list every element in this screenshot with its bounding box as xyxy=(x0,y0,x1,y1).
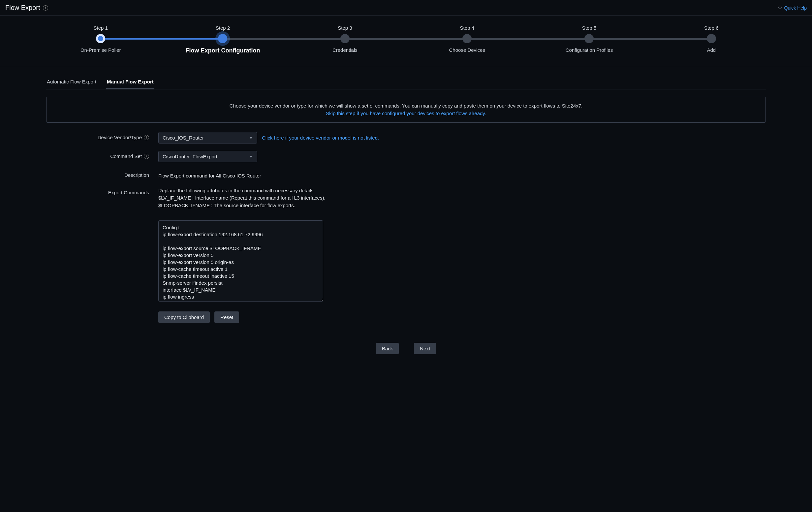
device-vendor-value: Cisco_IOS_Router xyxy=(163,135,204,141)
description-value: Flow Export command for All Cisco IOS Ro… xyxy=(158,170,261,180)
row-export-commands: Export Commands Replace the following at… xyxy=(46,187,766,323)
export-help-line3: $LOOPBACK_IFNAME : The source interface … xyxy=(158,203,295,208)
chevron-down-icon: ▼ xyxy=(249,154,253,159)
export-help-line1: Replace the following attributes in the … xyxy=(158,188,315,193)
step-dot xyxy=(462,34,472,43)
export-commands-textarea[interactable] xyxy=(158,220,323,302)
tab-automatic-flow-export[interactable]: Automatic Flow Export xyxy=(46,76,97,89)
hint-text: Choose your device vendor or type for wh… xyxy=(230,103,583,109)
next-button[interactable]: Next xyxy=(414,343,436,354)
step-top-label: Step 5 xyxy=(582,25,596,31)
label-command-set: Command Set i xyxy=(46,151,158,159)
step-dot xyxy=(218,34,227,43)
row-command-set: Command Set i CiscoRouter_FlowExport ▼ xyxy=(46,151,766,162)
bulb-icon xyxy=(778,6,782,10)
wizard-nav-buttons: Back Next xyxy=(46,343,766,354)
export-help-line2: $LV_IF_NAME : Interface name (Repeat thi… xyxy=(158,195,325,201)
tab-bar: Automatic Flow Export Manual Flow Export xyxy=(46,76,766,89)
step-top-label: Step 6 xyxy=(704,25,718,31)
label-description: Description xyxy=(46,170,158,178)
copy-to-clipboard-button[interactable]: Copy to Clipboard xyxy=(158,311,210,323)
page-header: Flow Export i Quick Help xyxy=(0,0,812,16)
step-top-label: Step 3 xyxy=(338,25,352,31)
label-device-vendor: Device Vendor/Type i xyxy=(46,132,158,140)
tab-manual-flow-export[interactable]: Manual Flow Export xyxy=(106,76,154,89)
step-connector xyxy=(589,38,711,40)
step-top-label: Step 1 xyxy=(93,25,108,31)
content-area: Automatic Flow Export Manual Flow Export… xyxy=(0,66,812,368)
step-dot xyxy=(340,34,350,43)
info-icon[interactable]: i xyxy=(144,135,149,140)
device-vendor-select[interactable]: Cisco_IOS_Router ▼ xyxy=(158,132,257,143)
back-button[interactable]: Back xyxy=(376,343,399,354)
quick-help-link[interactable]: Quick Help xyxy=(778,5,807,10)
step-connector xyxy=(345,38,467,40)
info-icon[interactable]: i xyxy=(144,154,149,159)
step-1[interactable]: Step 1On-Premise Poller xyxy=(39,25,162,53)
info-icon[interactable]: i xyxy=(43,5,48,10)
step-bottom-label: Add xyxy=(707,47,716,53)
skip-step-link[interactable]: Skip this step if you have configured yo… xyxy=(326,111,486,116)
step-connector xyxy=(467,38,589,40)
label-command-set-text: Command Set xyxy=(110,153,142,159)
stepper: Step 1On-Premise PollerStep 2Flow Export… xyxy=(39,25,773,54)
step-dot xyxy=(707,34,716,43)
stepper-container: Step 1On-Premise PollerStep 2Flow Export… xyxy=(0,16,812,66)
step-top-label: Step 2 xyxy=(216,25,230,31)
step-bottom-label: On-Premise Poller xyxy=(81,47,121,53)
step-connector xyxy=(100,38,223,39)
step-bottom-label: Choose Devices xyxy=(449,47,485,53)
row-description: Description Flow Export command for All … xyxy=(46,170,766,180)
step-connector xyxy=(223,38,345,40)
step-dot xyxy=(584,34,594,43)
step-bottom-label: Flow Export Configuration xyxy=(186,47,260,54)
command-buttons: Copy to Clipboard Reset xyxy=(158,311,239,323)
hint-box: Choose your device vendor or type for wh… xyxy=(46,97,766,123)
row-device-vendor: Device Vendor/Type i Cisco_IOS_Router ▼ … xyxy=(46,132,766,143)
quick-help-label: Quick Help xyxy=(784,5,807,10)
step-bottom-label: Configuration Profiles xyxy=(566,47,613,53)
step-dot xyxy=(96,34,105,43)
command-set-value: CiscoRouter_FlowExport xyxy=(163,154,218,159)
chevron-down-icon: ▼ xyxy=(249,136,253,140)
label-device-vendor-text: Device Vendor/Type xyxy=(98,135,142,140)
step-bottom-label: Credentials xyxy=(332,47,357,53)
command-set-select[interactable]: CiscoRouter_FlowExport ▼ xyxy=(158,151,257,162)
step-2[interactable]: Step 2Flow Export Configuration xyxy=(162,25,284,54)
page-title: Flow Export xyxy=(5,4,40,11)
label-export-commands: Export Commands xyxy=(46,187,158,195)
title-wrap: Flow Export i xyxy=(5,4,48,11)
vendor-not-listed-link[interactable]: Click here if your device vendor or mode… xyxy=(262,135,379,141)
export-help-text: Replace the following attributes in the … xyxy=(158,187,325,209)
reset-button[interactable]: Reset xyxy=(214,311,239,323)
step-top-label: Step 4 xyxy=(460,25,474,31)
